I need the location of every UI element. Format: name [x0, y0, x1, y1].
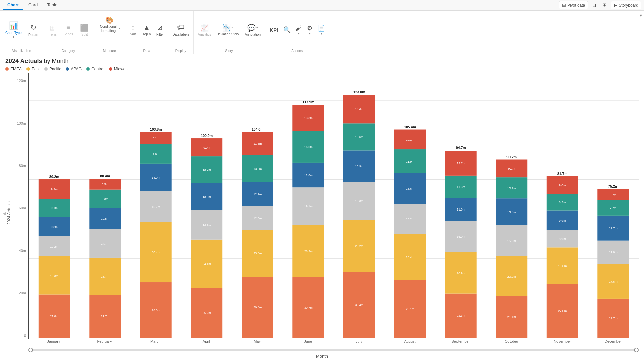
sort-button[interactable]: ↕ Sort: [127, 22, 139, 37]
bar-segment-label: 12.2m: [253, 193, 262, 196]
legend-label: East: [32, 67, 40, 71]
rotate-label: Rotate: [28, 33, 38, 37]
analytics-icon: 📈: [200, 24, 209, 32]
deviation-chevron: ▾: [231, 26, 233, 29]
chart-type-button[interactable]: 📊 Chart Type ▾: [3, 20, 24, 40]
filter-button[interactable]: ⊿: [590, 1, 598, 10]
measure-group: 🎨 Conditional formatting ▾ Measure: [94, 11, 125, 54]
bar-segment-label: 19.3m: [355, 199, 363, 203]
bar-segment-label: 21.8m: [50, 315, 58, 318]
chart-type-chevron: ▾: [13, 35, 14, 39]
bar-segment-label: 13.6m: [355, 135, 363, 139]
visualization-label: Visualization: [3, 48, 41, 54]
storyboard-button[interactable]: ▶ Storyboard: [611, 1, 641, 9]
gear-button[interactable]: ⚙ ▾: [305, 23, 314, 37]
legend-item: Pacific: [44, 67, 61, 71]
datalabels-button[interactable]: 🏷 Data labels: [170, 22, 191, 38]
x-label: June: [282, 339, 333, 347]
bar-segment-label: 11.9m: [406, 160, 414, 163]
bar-segment-label: 11.3m: [457, 185, 465, 189]
bar-total-label: 80.4m: [100, 174, 110, 178]
y-axis-label: 2024 Actuals: [5, 73, 13, 353]
visualization-group: 📊 Chart Type ▾ ↻ Rotate Visualization: [1, 11, 43, 54]
bar-segment-label: 9.9m: [559, 219, 566, 222]
conditional-chevron: ▾: [119, 27, 121, 30]
bar-segment-label: 13.7m: [203, 168, 211, 172]
sort-icon: ↕: [131, 24, 135, 32]
storyboard-icon: ▶: [614, 3, 617, 8]
bar-segment-label: 26.2m: [304, 250, 313, 253]
filter-toolbar-button[interactable]: ⊿ Filter: [154, 22, 166, 38]
chart-expand-arrow[interactable]: ◀: [3, 211, 6, 216]
bar-segment-label: 14.7m: [101, 242, 109, 245]
y-tick: 120m: [13, 79, 28, 83]
legend-dot: [5, 67, 9, 71]
brush-icon: 🖌: [296, 25, 302, 32]
bar-segment-label: 15.9m: [355, 165, 363, 168]
legend-item: Midwest: [109, 67, 129, 71]
legend-label: Pacific: [49, 67, 61, 71]
y-tick: 80m: [13, 164, 28, 168]
bar-segment-label: 12.0m: [253, 217, 262, 220]
bar-total-label: 123.0m: [353, 90, 365, 94]
annotation-button[interactable]: 💬 ▾ Annotation: [243, 22, 263, 38]
search-action-button[interactable]: 🔍: [282, 25, 292, 35]
x-axis-label: Month: [5, 354, 639, 359]
bar-segment-label: 18.7m: [101, 275, 109, 278]
category-group: ⊞ Trellis ≡ Series ⬛ Split Category: [43, 11, 94, 54]
bar-total-label: 105.4m: [404, 125, 416, 129]
legend-dot: [86, 67, 90, 71]
tab-chart[interactable]: Chart: [3, 0, 23, 10]
x-label: October: [486, 339, 537, 347]
legend-label: APAC: [71, 67, 82, 71]
deviation-button[interactable]: 📉 ▾ Deviation Story: [214, 22, 241, 38]
legend-item: APAC: [66, 67, 82, 71]
bar-segment-label: 20.0m: [507, 275, 516, 278]
sort-label: Sort: [130, 32, 136, 36]
tab-table[interactable]: Table: [42, 0, 62, 10]
bar-segment-label: 9.8m: [51, 225, 58, 229]
bar-segment-label: 14.0m: [152, 176, 160, 179]
deviation-icon: 📉: [222, 23, 231, 32]
x-label: April: [181, 339, 232, 347]
annotation-icon: 💬: [247, 24, 256, 32]
trellis-button[interactable]: ⊞ Trellis: [45, 22, 60, 38]
bar-segment-label: 9.1m: [508, 167, 515, 170]
series-button[interactable]: ≡ Series: [61, 22, 76, 37]
bar-segment-label: 16.0m: [304, 145, 313, 149]
pivot-data-button[interactable]: ⊞ Pivot data: [559, 1, 588, 9]
bar-segment-label: 19.3m: [50, 274, 58, 278]
trellis-label: Trellis: [48, 33, 57, 36]
slider-handle-right[interactable]: [634, 348, 639, 352]
topn-icon: ▲: [143, 24, 150, 32]
bar-segment-label: 30.7m: [304, 306, 313, 309]
brush-button[interactable]: 🖌 ▾: [293, 23, 304, 37]
rotate-button[interactable]: ↻ Rotate: [26, 22, 41, 38]
y-tick: 60m: [13, 206, 28, 210]
actions-group: KPI 🔍 🖌 ▾ ⚙ ▾ 📄 ▾ Actions: [265, 11, 329, 54]
conditional-formatting-button[interactable]: 🎨 Conditional formatting ▾: [96, 15, 123, 34]
deviation-label: Deviation Story: [216, 32, 239, 36]
analytics-button[interactable]: 📈 Analytics: [196, 22, 213, 38]
pdf-icon: 📄: [318, 24, 325, 32]
grid-button[interactable]: ⊞: [600, 1, 609, 10]
toolbar-expand-button[interactable]: ▾: [638, 11, 643, 54]
y-tick: 20m: [13, 291, 28, 295]
split-icon: ⬛: [80, 24, 89, 32]
x-label: March: [130, 339, 181, 347]
slider-handle-left[interactable]: [28, 348, 33, 352]
kpi-button[interactable]: KPI: [267, 26, 281, 34]
display-label: Display: [170, 48, 191, 54]
bar-segment-label: 10.5m: [101, 217, 109, 220]
x-label: May: [232, 339, 283, 347]
legend-dot: [44, 67, 48, 71]
split-button[interactable]: ⬛ Split: [77, 22, 92, 38]
bar-segment-label: 8.9m: [559, 237, 566, 241]
tab-card[interactable]: Card: [23, 0, 42, 10]
bar-total-label: 104.0m: [252, 127, 264, 131]
x-label: August: [384, 339, 435, 347]
bar-segment-label: 9.0m: [203, 146, 210, 149]
topn-button[interactable]: ▲ Top n: [141, 22, 153, 37]
legend-label: EMEA: [10, 67, 22, 71]
pdf-button[interactable]: 📄 ▾: [316, 23, 327, 37]
